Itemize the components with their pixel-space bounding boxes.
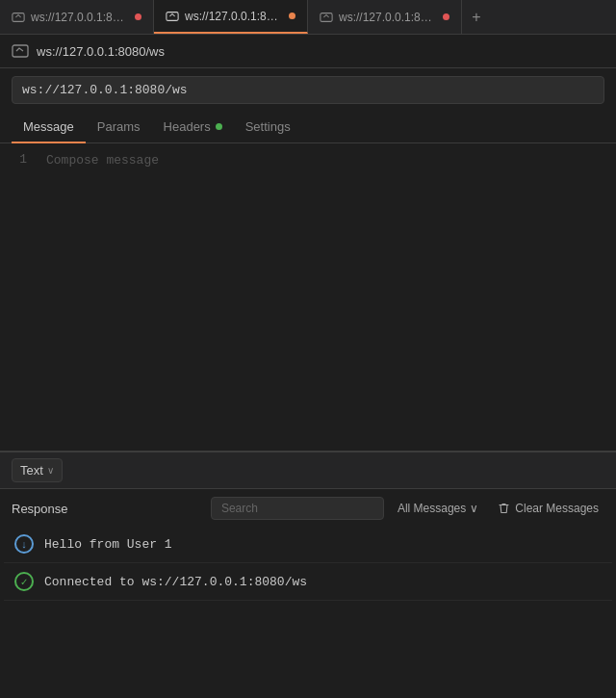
websocket-icon-1 bbox=[12, 11, 25, 24]
check-circle-icon: ✓ bbox=[14, 572, 34, 591]
connected-icon: ✓ bbox=[13, 571, 35, 592]
tab-message[interactable]: Message bbox=[12, 112, 86, 143]
tab-2-label: ws://127.0.0.1:8080/ws bbox=[185, 10, 283, 23]
address-title: ws://127.0.0.1:8080/ws bbox=[37, 44, 165, 59]
tab-1[interactable]: ws://127.0.0.1:8080/ws bbox=[0, 0, 154, 34]
clear-messages-label: Clear Messages bbox=[515, 502, 599, 515]
line-numbers-row: 1 bbox=[0, 143, 616, 451]
tab-3[interactable]: ws://127.0.0.1:8080/ws bbox=[308, 0, 462, 34]
tab-settings[interactable]: Settings bbox=[234, 112, 302, 143]
bottom-toolbar: Text ∨ bbox=[0, 452, 616, 489]
tab-3-dot bbox=[443, 13, 449, 20]
websocket-icon-2 bbox=[166, 10, 179, 23]
message-input-wrapper bbox=[38, 151, 616, 443]
url-input[interactable] bbox=[12, 76, 604, 104]
response-section: Response All Messages ∨ Clear Messages ↓… bbox=[0, 489, 616, 601]
text-format-dropdown[interactable]: Text ∨ bbox=[12, 458, 63, 482]
message-row-received: ↓ Hello from User 1 bbox=[4, 526, 612, 563]
line-number-1: 1 bbox=[0, 151, 38, 443]
message-list: ↓ Hello from User 1 ✓ Connected to ws://… bbox=[0, 526, 616, 601]
clear-messages-button[interactable]: Clear Messages bbox=[492, 498, 604, 519]
nav-tabs: Message Params Headers Settings bbox=[0, 112, 616, 143]
received-icon: ↓ bbox=[13, 533, 35, 555]
messages-filter-label: All Messages bbox=[398, 502, 466, 515]
messages-filter-dropdown[interactable]: All Messages ∨ bbox=[392, 498, 484, 519]
response-header: Response All Messages ∨ Clear Messages bbox=[0, 489, 616, 526]
trash-icon bbox=[498, 502, 510, 515]
tab-headers[interactable]: Headers bbox=[152, 112, 234, 143]
url-row bbox=[0, 68, 616, 112]
address-bar: ws://127.0.0.1:8080/ws bbox=[0, 35, 616, 68]
tab-2-dot bbox=[289, 13, 295, 19]
add-tab-button[interactable]: + bbox=[462, 0, 491, 34]
message-text-1: Hello from User 1 bbox=[44, 537, 172, 552]
message-row-connected: ✓ Connected to ws://127.0.0.1:8080/ws bbox=[4, 563, 612, 601]
headers-status-dot bbox=[216, 123, 222, 130]
tab-2[interactable]: ws://127.0.0.1:8080/ws bbox=[154, 0, 308, 34]
search-input[interactable] bbox=[211, 497, 384, 520]
tab-1-dot bbox=[135, 13, 141, 20]
address-websocket-icon bbox=[12, 42, 29, 60]
chevron-down-icon: ∨ bbox=[47, 465, 54, 476]
messages-filter-chevron-icon: ∨ bbox=[470, 502, 478, 515]
response-controls: All Messages ∨ Clear Messages bbox=[211, 497, 604, 520]
svg-rect-3 bbox=[13, 45, 28, 57]
tab-params[interactable]: Params bbox=[86, 112, 152, 143]
message-text-2: Connected to ws://127.0.0.1:8080/ws bbox=[44, 575, 307, 589]
tab-1-label: ws://127.0.0.1:8080/ws bbox=[31, 11, 129, 24]
text-format-label: Text bbox=[20, 463, 43, 478]
message-area: 1 bbox=[0, 143, 616, 452]
websocket-icon-3 bbox=[320, 11, 333, 24]
tab-bar: ws://127.0.0.1:8080/ws ws://127.0.0.1:80… bbox=[0, 0, 616, 35]
response-title: Response bbox=[12, 502, 68, 516]
tab-3-label: ws://127.0.0.1:8080/ws bbox=[339, 11, 437, 24]
down-arrow-icon: ↓ bbox=[14, 534, 34, 554]
message-compose-input[interactable] bbox=[46, 151, 608, 440]
